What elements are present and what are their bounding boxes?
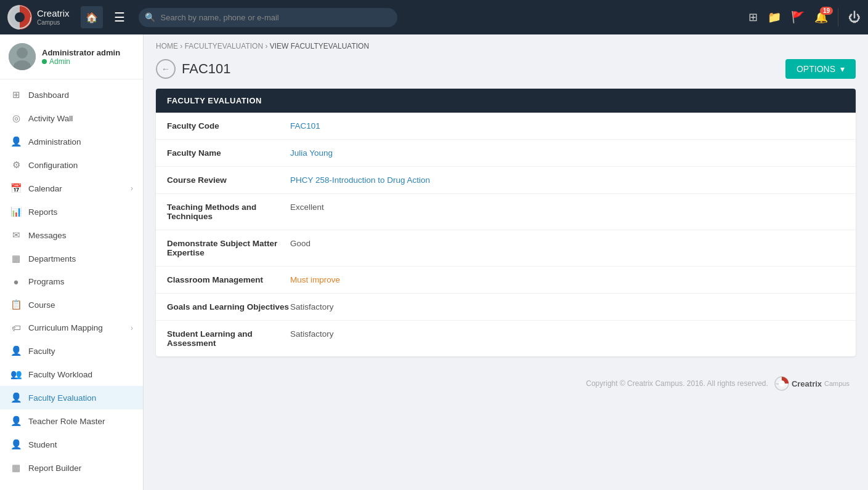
sidebar-item-dashboard[interactable]: ⊞ Dashboard (0, 83, 143, 106)
back-button[interactable]: ← (156, 59, 176, 79)
admin-icon: 👤 (10, 136, 22, 147)
sidebar-item-faculty[interactable]: 👤 Faculty (0, 339, 143, 363)
notification-icon[interactable]: 🔔 19 (814, 10, 828, 24)
eval-value-faculty-code: FAC101 (290, 121, 845, 131)
sidebar-item-report-builder[interactable]: ▦ Report Builder (0, 456, 143, 480)
faculty-icon: 👤 (10, 345, 22, 356)
breadcrumb-home[interactable]: HOME (156, 42, 178, 50)
breadcrumb-sep2: › (265, 42, 267, 50)
search-icon: 🔍 (145, 12, 155, 22)
logo-icon (7, 5, 32, 30)
sidebar-item-curriculum-mapping[interactable]: 🏷 Curriculum Mapping › (0, 316, 143, 339)
search-input[interactable] (139, 8, 397, 27)
card-body: Faculty Code FAC101 Faculty Name Julia Y… (156, 113, 856, 356)
eval-row-subject-matter: Demonstrate Subject Matter Expertise Goo… (156, 230, 856, 267)
power-button[interactable]: ⏻ (848, 10, 861, 25)
sidebar-item-faculty-evaluation[interactable]: 👤 Faculty Evaluation (0, 386, 143, 409)
avatar (9, 43, 36, 70)
eval-value-student-learning: Satisfactory (290, 329, 845, 339)
breadcrumb-parent[interactable]: FACULTYEVALUATION (185, 42, 263, 50)
sidebar-item-activity-wall[interactable]: ◎ Activity Wall (0, 106, 143, 130)
sidebar-item-administration[interactable]: 👤 Administration (0, 130, 143, 153)
search-box: 🔍 (139, 8, 397, 27)
eval-value-subject-matter: Good (290, 239, 845, 248)
svg-point-6 (779, 380, 785, 387)
options-label: OPTIONS (797, 64, 835, 74)
eval-row-classroom-management: Classroom Management Must improve (156, 267, 856, 294)
sidebar-item-label: Programs (28, 277, 65, 286)
main-layout: Administrator admin Admin ⊞ Dashboard ◎ … (0, 34, 868, 490)
faculty-eval-icon: 👤 (10, 392, 22, 403)
eval-row-student-learning: Student Learning and Assessment Satisfac… (156, 321, 856, 356)
page-header: ← FAC101 OPTIONS ▾ (144, 54, 868, 89)
user-info: Administrator admin Admin (42, 48, 120, 66)
svg-point-1 (15, 12, 25, 22)
sidebar-item-label: Teacher Role Master (28, 417, 105, 426)
sidebar-item-label: Report Builder (28, 464, 81, 473)
sidebar-item-faculty-workload[interactable]: 👥 Faculty Workload (0, 363, 143, 386)
eval-label-faculty-code: Faculty Code (167, 121, 290, 131)
eval-label-subject-matter: Demonstrate Subject Matter Expertise (167, 239, 290, 257)
teacher-role-icon: 👤 (10, 416, 22, 427)
eval-row-teaching-methods: Teaching Methods and Techniques Excellen… (156, 194, 856, 230)
eval-row-faculty-code: Faculty Code FAC101 (156, 113, 856, 140)
sidebar-item-label: Dashboard (28, 90, 69, 100)
sidebar-navigation: ⊞ Dashboard ◎ Activity Wall 👤 Administra… (0, 79, 143, 483)
report-builder-icon: ▦ (10, 462, 22, 473)
sidebar: Administrator admin Admin ⊞ Dashboard ◎ … (0, 34, 144, 490)
options-button[interactable]: OPTIONS ▾ (785, 59, 856, 79)
sidebar-item-course[interactable]: 📋 Course (0, 293, 143, 316)
flag-icon[interactable]: 🚩 (791, 10, 805, 24)
sidebar-item-student[interactable]: 👤 Student (0, 433, 143, 456)
sidebar-item-calendar[interactable]: 📅 Calendar › (0, 177, 143, 200)
options-dropdown-icon: ▾ (840, 64, 845, 74)
programs-icon: ● (10, 276, 22, 287)
top-navigation: Creatrix Campus 🏠 ☰ 🔍 ⊞ 📁 🚩 🔔 19 ⏻ (0, 0, 868, 34)
breadcrumb-sep1: › (180, 42, 182, 50)
sidebar-item-label: Administration (28, 137, 81, 147)
course-icon: 📋 (10, 299, 22, 310)
sidebar-item-messages[interactable]: ✉ Messages (0, 223, 143, 247)
sidebar-item-label: Reports (28, 207, 57, 217)
eval-value-course-review: PHCY 258-Introduction to Drug Action (290, 175, 845, 185)
footer-text: Copyright © Creatrix Campus. 2016. All r… (586, 379, 768, 388)
calendar-icon: 📅 (10, 183, 22, 194)
sidebar-item-label: Configuration (28, 161, 78, 170)
eval-label-classroom-management: Classroom Management (167, 275, 290, 284)
breadcrumb-current: VIEW FACULTYEVALUATION (270, 42, 369, 50)
online-indicator (42, 59, 47, 64)
sidebar-item-label: Faculty Workload (28, 370, 92, 379)
sidebar-item-reports[interactable]: 📊 Reports (0, 200, 143, 223)
sidebar-item-departments[interactable]: ▦ Departments (0, 247, 143, 270)
sidebar-item-label: Curriculum Mapping (28, 323, 103, 332)
reports-icon: 📊 (10, 206, 22, 217)
sidebar-item-teacher-role-master[interactable]: 👤 Teacher Role Master (0, 409, 143, 433)
activity-icon: ◎ (10, 113, 22, 124)
config-icon: ⚙ (10, 159, 22, 171)
folder-icon[interactable]: 📁 (768, 10, 781, 24)
sidebar-user: Administrator admin Admin (0, 34, 143, 79)
footer-logo: Creatrix Campus (774, 376, 850, 391)
student-icon: 👤 (10, 439, 22, 450)
eval-label-faculty-name: Faculty Name (167, 148, 290, 158)
user-name: Administrator admin (42, 48, 120, 57)
sidebar-item-programs[interactable]: ● Programs (0, 270, 143, 293)
sidebar-item-label: Departments (28, 254, 76, 263)
sidebar-item-label: Faculty Evaluation (28, 393, 96, 403)
eval-value-faculty-name: Julia Young (290, 148, 845, 158)
curriculum-icon: 🏷 (10, 323, 22, 333)
menu-button[interactable]: ☰ (109, 7, 130, 27)
topnav-divider (838, 8, 838, 26)
eval-row-faculty-name: Faculty Name Julia Young (156, 140, 856, 167)
grid-icon[interactable]: ⊞ (748, 10, 758, 24)
eval-label-course-review: Course Review (167, 175, 290, 185)
faculty-workload-icon: 👥 (10, 369, 22, 380)
sidebar-item-configuration[interactable]: ⚙ Configuration (0, 153, 143, 177)
faculty-evaluation-card: FACULTY EVALUATION Faculty Code FAC101 F… (156, 89, 856, 356)
home-button[interactable]: 🏠 (81, 6, 103, 28)
breadcrumb: HOME › FACULTYEVALUATION › VIEW FACULTYE… (144, 34, 868, 54)
chevron-right-icon: › (131, 324, 133, 332)
eval-label-goals-learning: Goals and Learning Objectives (167, 302, 290, 311)
sidebar-item-label: Activity Wall (28, 114, 73, 123)
page-title-wrap: ← FAC101 (156, 59, 231, 79)
